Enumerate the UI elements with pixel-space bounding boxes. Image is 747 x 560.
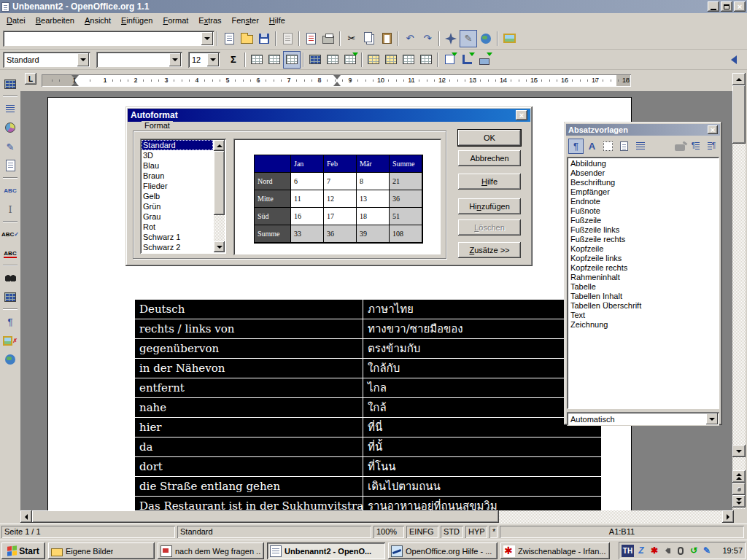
style-item[interactable]: Fußzeile — [568, 216, 718, 225]
task-folder-image[interactable]: Eigene Bilder — [48, 542, 155, 559]
dialog-button-hinzufügen[interactable]: Hinzufügen — [458, 198, 521, 214]
insert-object-icon[interactable] — [1, 119, 19, 136]
table-cell-german[interactable]: entfernt — [135, 378, 363, 397]
fill-format-icon[interactable] — [672, 139, 687, 154]
paragraph-styles-icon[interactable]: ¶ — [568, 139, 584, 154]
format-item[interactable]: Grün — [142, 201, 213, 211]
scroll-up-icon[interactable] — [732, 73, 746, 85]
insert-graphic-icon[interactable] — [500, 30, 518, 47]
task-writer-doc[interactable]: Unbenannt2 - OpenO... — [267, 542, 385, 559]
restore-button[interactable] — [721, 1, 732, 12]
gallery-icon[interactable] — [477, 30, 495, 47]
style-filter-combo[interactable]: Automatisch — [567, 412, 719, 426]
menu-fenster[interactable]: Fenster — [227, 15, 264, 26]
split-cells-vertical-icon[interactable] — [283, 51, 301, 69]
dialog-button-hilfe[interactable]: Hilfe — [458, 174, 521, 190]
auto-spellcheck-icon[interactable]: ABC — [1, 244, 19, 262]
dialog-button-zusätze[interactable]: Zusätze >> — [458, 242, 521, 258]
status-hyperlink-mode[interactable]: HYP — [465, 526, 487, 538]
table-row[interactable]: hierที่นี่ — [135, 418, 601, 438]
table-row[interactable]: Das Restaurant ist in der Sukhumvitstraß… — [135, 497, 601, 510]
autoformat-dialog[interactable]: Autoformat × Format Standard3DBlauBraunF… — [125, 106, 533, 266]
status-selection-mode[interactable]: STD — [441, 526, 463, 538]
style-item[interactable]: Kopfzeile rechts — [568, 263, 718, 273]
style-item[interactable]: Endnote — [568, 197, 718, 206]
url-dropdown-icon[interactable] — [201, 32, 213, 45]
stylist-icon[interactable]: ✎ — [460, 30, 477, 47]
numbering-styles-icon[interactable] — [632, 139, 648, 154]
language-indicator[interactable]: TH — [622, 545, 634, 557]
undo-icon[interactable]: ↶ — [401, 30, 419, 47]
character-styles-icon[interactable]: A — [584, 139, 600, 154]
table-cell-german[interactable]: hier — [135, 418, 363, 437]
mouse-settings-icon[interactable] — [675, 545, 686, 556]
format-item[interactable]: Blau — [142, 160, 213, 171]
style-item[interactable]: Beschriftung — [568, 178, 718, 187]
format-scroll-down-icon[interactable] — [214, 241, 225, 252]
menu-format[interactable]: Format — [158, 15, 193, 26]
delete-column-icon[interactable] — [417, 51, 435, 69]
format-item[interactable]: Grau — [142, 211, 213, 222]
insert-fields-icon[interactable] — [1, 100, 19, 117]
insert-column-icon[interactable] — [382, 51, 400, 69]
images-toggle-icon[interactable]: ✗ — [1, 332, 19, 349]
style-item[interactable]: Abbildung — [568, 159, 718, 168]
table-cell-thai[interactable]: ที่นั้ — [363, 438, 601, 456]
online-layout-icon[interactable] — [1, 351, 19, 368]
merge-cells-icon[interactable] — [248, 51, 266, 69]
table-row[interactable]: rechts / links vonทางขวา/ซายมือของ — [135, 319, 601, 339]
style-item[interactable]: Fußzeile links — [568, 225, 718, 235]
line-style-icon[interactable] — [458, 51, 476, 69]
ruler[interactable]: 1123456789101112131415161718 — [42, 74, 631, 87]
table-row[interactable]: dortที่โนน — [135, 457, 601, 477]
filter-dropdown-icon[interactable] — [706, 413, 718, 424]
horizontal-scroll-thumb[interactable] — [32, 510, 499, 523]
style-item[interactable]: Kopfzeile links — [568, 254, 718, 263]
menu-ansicht[interactable]: Ansicht — [80, 15, 116, 26]
print-icon[interactable] — [320, 30, 337, 47]
style-item[interactable]: Fußzeile rechts — [568, 235, 718, 244]
font-size-combo[interactable]: 12 — [188, 52, 220, 68]
status-zoom[interactable]: 100% — [374, 526, 404, 538]
table-cell-german[interactable]: Deutsch — [135, 300, 363, 319]
format-scroll-up-icon[interactable] — [214, 140, 225, 151]
menu-bearbeiten[interactable]: Bearbeiten — [31, 15, 80, 26]
style-item[interactable]: Rahmeninhalt — [568, 273, 718, 282]
draw-functions-icon[interactable]: ✎ — [1, 138, 19, 155]
format-item[interactable]: Rot — [142, 222, 213, 232]
table-cell-german[interactable]: da — [135, 438, 363, 456]
table-cell-german[interactable]: nahe — [135, 398, 363, 417]
vertical-scroll-thumb[interactable] — [732, 85, 746, 144]
table-row[interactable]: daที่นั้ — [135, 438, 601, 457]
stylist-close-icon[interactable]: × — [708, 125, 718, 134]
navigation-dot-icon[interactable] — [732, 483, 746, 495]
form-functions-icon[interactable] — [1, 157, 19, 174]
format-item[interactable]: Schwarz 1 — [142, 232, 213, 242]
table-cell-german[interactable]: dort — [135, 457, 363, 476]
borders-icon[interactable] — [441, 51, 458, 69]
optimize-table-icon[interactable] — [341, 51, 359, 69]
stylist-title-bar[interactable]: Absatzvorlagen × — [566, 124, 720, 136]
new-style-from-selection-icon[interactable]: ¶ — [688, 139, 703, 154]
style-item[interactable]: Text — [568, 311, 718, 320]
table-cell-german[interactable]: rechts / links von — [135, 319, 363, 338]
open-icon[interactable] — [238, 30, 255, 47]
table-cell-german[interactable]: in der Nähevon — [135, 359, 363, 378]
status-page-style[interactable]: Standard — [177, 526, 371, 538]
style-item[interactable]: Empfänger — [568, 187, 718, 197]
style-item[interactable]: Zeichnung — [568, 320, 718, 330]
cut-icon[interactable]: ✂ — [343, 30, 360, 47]
redo-icon[interactable]: ↷ — [419, 30, 436, 47]
format-item[interactable]: Schwarz 2 — [142, 242, 213, 252]
style-dropdown-icon[interactable] — [77, 53, 89, 66]
indent-marker-right[interactable] — [333, 75, 341, 79]
table-cell-german[interactable]: die Straße entlang gehen — [135, 477, 363, 496]
format-item[interactable]: Gelb — [142, 191, 213, 201]
split-cells-horizontal-icon[interactable] — [266, 51, 283, 69]
previous-page-icon[interactable] — [732, 470, 746, 483]
task-irfanview[interactable]: Zwischenablage - Irfan... — [500, 542, 610, 559]
dialog-button-ok[interactable]: OK — [458, 130, 521, 146]
direct-cursor-icon[interactable]: I — [1, 201, 19, 218]
autotext-icon[interactable]: ABC — [1, 182, 19, 199]
insert-table-icon[interactable] — [1, 75, 19, 93]
